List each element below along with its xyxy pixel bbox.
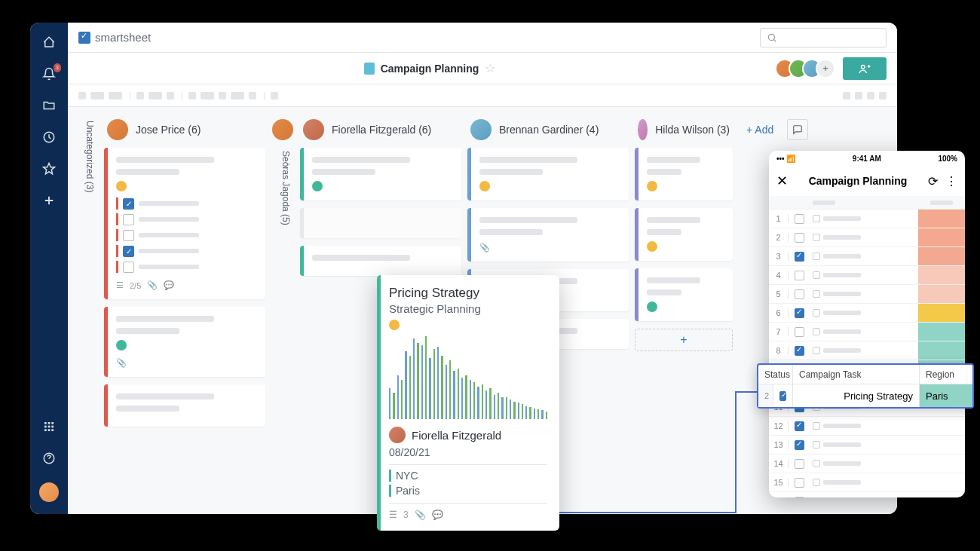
mobile-statusbar: ••• 📶9:41 AM100% — [769, 151, 965, 166]
more-icon[interactable]: ⋮ — [945, 174, 957, 188]
recents-icon[interactable] — [41, 130, 57, 145]
mobile-row[interactable]: 12 — [769, 417, 965, 436]
favorites-icon[interactable] — [41, 161, 57, 176]
kanban-card[interactable] — [635, 208, 733, 261]
user-avatar[interactable] — [39, 482, 59, 502]
lane-uncategorized[interactable]: Uncategorized (3) — [75, 115, 98, 514]
home-icon[interactable] — [41, 35, 57, 50]
card-detail-popup[interactable]: Pricing Strategy Strategic Planning Fior… — [377, 275, 559, 531]
attachment-icon: 📎 — [147, 280, 158, 290]
assignee-avatar — [389, 427, 406, 443]
mobile-preview: ••• 📶9:41 AM100% ✕ Campaign Planning ⟳ ⋮… — [769, 151, 965, 497]
mobile-row[interactable]: 2 — [769, 228, 965, 247]
notification-badge: 3 — [54, 63, 61, 72]
attachment-icon: 📎 — [415, 510, 426, 520]
titlebar: Campaign Planning ☆ + — [68, 53, 897, 84]
col-status: Status — [758, 365, 793, 384]
mobile-row[interactable]: 16 — [769, 492, 965, 497]
kanban-card[interactable]: ✓ ✓ ☰2/5📎💬 — [104, 148, 265, 299]
comment-icon: 💬 — [164, 280, 174, 290]
mobile-row[interactable]: 7 — [769, 323, 965, 341]
share-button[interactable] — [843, 57, 887, 80]
mobile-row[interactable]: 3 — [769, 247, 965, 266]
add-card-button[interactable]: + — [635, 329, 733, 351]
checkbox-icon[interactable] — [123, 214, 134, 225]
lane-header[interactable]: Brennan Gardiner (4) — [467, 115, 629, 148]
svg-point-11 — [768, 34, 774, 40]
notifications-icon[interactable]: 3 — [41, 66, 57, 81]
kanban-card-placeholder — [300, 208, 461, 238]
lane-hilda: Hilda Wilson (3) + — [635, 115, 733, 514]
assignee-name: Fiorella Fitzgerald — [412, 429, 501, 442]
add-icon[interactable] — [41, 193, 57, 208]
detail-chart — [389, 336, 547, 419]
mobile-title: Campaign Planning — [795, 175, 920, 187]
folder-icon[interactable] — [41, 98, 57, 113]
status-dot — [389, 320, 400, 330]
brand[interactable]: smartsheet — [78, 31, 151, 44]
checkbox-icon[interactable] — [779, 391, 786, 401]
kanban-card[interactable] — [635, 268, 733, 321]
svg-rect-8 — [48, 429, 51, 431]
col-task: Campaign Task — [793, 365, 920, 384]
checkbox-icon[interactable]: ✓ — [123, 198, 134, 210]
toolbar — [68, 84, 897, 107]
mobile-row[interactable]: 1 — [769, 210, 965, 228]
close-icon[interactable]: ✕ — [776, 173, 788, 189]
checkbox-icon[interactable] — [123, 262, 134, 273]
svg-rect-2 — [48, 422, 51, 424]
detail-subtitle: Strategic Planning — [389, 302, 547, 315]
kanban-card[interactable] — [467, 148, 629, 201]
kanban-card[interactable] — [635, 148, 733, 201]
svg-rect-7 — [44, 429, 47, 431]
topbar: smartsheet — [68, 23, 897, 53]
sheet-icon — [364, 63, 375, 75]
attachment-icon: 📎 — [479, 243, 490, 253]
tag: NYC — [396, 470, 418, 482]
highlighted-row[interactable]: Status Campaign Task Region 2 Pricing St… — [757, 363, 974, 409]
mobile-row[interactable]: 8 — [769, 341, 965, 360]
refresh-icon[interactable]: ⟳ — [928, 174, 938, 188]
mobile-row[interactable]: 5 — [769, 285, 965, 304]
svg-rect-9 — [51, 429, 54, 431]
kanban-card[interactable]: 📎 — [104, 307, 265, 377]
lane-seoras[interactable]: Seòras Jagoda (5) — [271, 115, 294, 514]
svg-rect-6 — [51, 426, 54, 428]
lane-jose: Jose Price (6) ✓ ✓ ☰2/5📎💬 📎 — [104, 115, 265, 514]
lane-header[interactable]: Fiorella Fitzgerald (6) — [300, 115, 461, 148]
brand-icon — [78, 32, 90, 44]
svg-rect-4 — [44, 426, 47, 428]
svg-rect-5 — [48, 426, 51, 428]
region-cell: Paris — [920, 384, 972, 407]
detail-title: Pricing Strategy — [389, 286, 547, 301]
help-icon[interactable] — [41, 451, 57, 466]
collaborator-avatars[interactable]: + — [781, 59, 835, 78]
brand-text: smartsheet — [95, 31, 151, 44]
sheet-title: Campaign Planning — [381, 63, 479, 75]
mobile-row[interactable]: 6 — [769, 304, 965, 323]
col-region: Region — [920, 365, 972, 384]
mobile-row[interactable]: 4 — [769, 266, 965, 285]
lane-header[interactable]: Hilda Wilson (3) — [635, 115, 733, 148]
svg-rect-3 — [51, 422, 54, 424]
mobile-row[interactable]: 14 — [769, 455, 965, 473]
checkbox-icon[interactable] — [123, 230, 134, 241]
checkbox-icon[interactable]: ✓ — [123, 246, 134, 257]
kanban-card[interactable] — [104, 384, 265, 427]
left-sidebar: 3 — [30, 23, 68, 514]
star-icon[interactable]: ☆ — [485, 61, 495, 75]
comment-icon: 💬 — [432, 510, 443, 520]
kanban-card[interactable]: 📎 — [467, 208, 629, 262]
mobile-row[interactable]: 15 — [769, 473, 965, 492]
kanban-card[interactable] — [300, 246, 461, 276]
task-cell: Pricing Strategy — [793, 384, 920, 407]
attachment-icon: 📎 — [116, 358, 127, 368]
svg-point-12 — [862, 65, 865, 69]
kanban-card[interactable] — [300, 148, 461, 201]
apps-icon[interactable] — [41, 419, 57, 434]
lane-header[interactable]: Jose Price (6) — [104, 115, 265, 148]
comment-button[interactable] — [787, 119, 808, 140]
mobile-row[interactable]: 13 — [769, 436, 965, 455]
search-input[interactable] — [760, 28, 887, 47]
detail-date: 08/20/21 — [389, 446, 547, 458]
